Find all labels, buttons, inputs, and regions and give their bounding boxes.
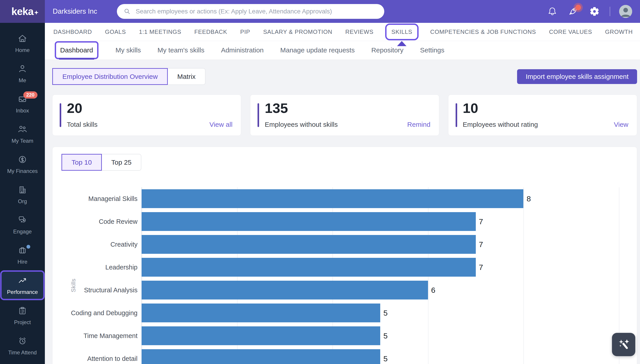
stats-cards: 20 Total skills View all 135 Employees w… [52,94,637,136]
tab-reviews[interactable]: REVIEWS [345,28,373,36]
subtab-my-skills[interactable]: My skills [116,41,141,60]
tab-pip[interactable]: PIP [240,28,250,36]
inbox-count-badge: 220 [23,92,38,98]
toggle-top-25[interactable]: Top 25 [102,154,141,171]
sidebar-item-performance[interactable]: Performance [0,270,45,300]
keka-logo[interactable]: keka [0,0,45,23]
toggle-top-10[interactable]: Top 10 [62,154,102,171]
chart-bar-value: 7 [479,240,483,249]
skills-distribution-card: Top 10 Top 25 Managerial Skills8Code Rev… [52,147,637,364]
sidebar-items: Home Me Inbox 220 My Team My Fina [0,23,45,361]
sidebar-item-me[interactable]: Me [0,58,45,89]
chart-bar [142,235,476,254]
chart-category-label: Time Management [53,332,137,340]
magic-wand-fab[interactable] [612,333,635,356]
skills-sub-tabs: Dashboard My skills My team's skills Adm… [45,41,640,60]
stat-card-employees-without-skills: 135 Employees without skills Remind [250,94,439,136]
chart-row: Code Review7 [53,210,637,233]
sidebar-item-inbox[interactable]: Inbox 220 [0,89,45,119]
sidebar-item-label: Home [15,47,30,53]
sidebar-item-engage[interactable]: Engage [0,210,45,240]
sidebar-item-org[interactable]: Org [0,180,45,210]
gear-icon[interactable] [589,6,600,17]
sub-tab-label: Administration [221,46,264,54]
sidebar-item-label: Hire [18,259,27,265]
nav-tab-label: COMPETENCIES & JOB FUNCTIONS [430,28,536,35]
sub-tab-label: Dashboard [60,46,93,54]
nav-tab-label: CORE VALUES [549,28,592,35]
performance-icon [17,275,28,287]
chart-bar [142,304,380,322]
stat-card-employees-without-rating: 10 Employees without rating View [448,94,637,136]
sidebar-item-hire[interactable]: Hire [0,240,45,270]
chart-category-label: Code Review [53,218,137,225]
stat-action-link[interactable]: View [614,121,628,128]
topbar-divider [610,7,610,16]
tab-dashboard[interactable]: DASHBOARD [53,28,92,36]
view-toggle: Employee Distribution Overview Matrix [52,68,205,85]
tab-salary-promotion[interactable]: SALARY & PROMOTION [263,28,332,36]
hire-icon [17,245,28,257]
chart-bar-zone: 6 [142,281,637,300]
subtab-administration[interactable]: Administration [221,41,264,60]
chart-bar [142,281,428,300]
chart-bar-value: 5 [383,354,388,363]
import-employee-skills-button[interactable]: Import employee skills assignment [517,69,637,84]
chart-y-axis-label: Skills [70,279,77,292]
topbar-icons [537,5,632,18]
chart-row: Leadership7 [53,256,637,279]
sub-tab-label: Manage update requests [280,46,355,54]
chart-category-label: Managerial Skills [53,195,137,202]
tab-competencies-job-functions[interactable]: COMPETENCIES & JOB FUNCTIONS [430,28,536,36]
sidebar-item-home[interactable]: Home [0,28,45,58]
user-icon [17,64,28,75]
sidebar-item-my-finances[interactable]: My Finances [0,149,45,180]
stat-label: Total skills [67,121,98,128]
search-input[interactable] [135,8,378,15]
subtab-my-teams-skills[interactable]: My team's skills [157,41,204,60]
bell-icon[interactable] [546,6,558,17]
stat-accent-bar [258,103,259,127]
tab-goals[interactable]: GOALS [105,28,126,36]
nav-tab-label: REVIEWS [345,28,373,35]
chart-bar-value: 5 [383,309,388,318]
nav-tab-label: SALARY & PROMOTION [263,28,332,35]
rocket-icon[interactable] [568,6,579,17]
finances-icon [17,154,28,166]
chart-bar-zone: 7 [142,235,637,254]
global-search[interactable] [117,4,384,19]
subtab-manage-update-requests[interactable]: Manage update requests [280,41,355,60]
sidebar-item-label: Inbox [16,108,29,114]
tab-core-values[interactable]: CORE VALUES [549,28,592,36]
rocket-notification-dot [575,5,581,10]
skills-bar-chart: Managerial Skills8Code Review7Creativity… [53,187,637,364]
stat-action-link[interactable]: View all [209,121,233,128]
org-icon [17,184,28,196]
sidebar-item-time-attend[interactable]: Time Attend [0,330,45,361]
sidebar-item-my-team[interactable]: My Team [0,119,45,149]
user-avatar[interactable] [619,5,632,18]
nav-tab-label: 1:1 MEETINGS [139,28,181,35]
stat-accent-bar [60,103,61,127]
chart-row: Creativity7 [53,233,637,256]
sidebar-item-label: Time Attend [8,350,37,356]
subtab-settings[interactable]: Settings [420,41,444,60]
chart-row: Attention to detail5 [53,347,637,364]
tab-growth[interactable]: GROWTH [605,28,632,36]
controls-row: Employee Distribution Overview Matrix Im… [52,68,637,85]
subtab-dashboard[interactable]: Dashboard [54,41,99,60]
tab-feedback[interactable]: FEEDBACK [194,28,227,36]
topbar: Darksiders Inc [45,0,640,23]
sidebar-item-project[interactable]: Project [0,300,45,330]
toggle-employee-distribution-overview[interactable]: Employee Distribution Overview [52,68,168,85]
performance-nav-tabs: DASHBOARD GOALS 1:1 MEETINGS FEEDBACK PI… [45,23,640,41]
tab-skills[interactable]: SKILLS [386,25,417,39]
toggle-matrix[interactable]: Matrix [168,68,205,85]
sidebar-item-label: Engage [13,228,32,235]
tab-1-1-meetings[interactable]: 1:1 MEETINGS [139,28,181,36]
chart-category-label: Leadership [53,264,137,271]
sidebar-item-label: My Finances [7,168,38,174]
stat-action-link[interactable]: Remind [407,121,430,128]
stat-card-total-skills: 20 Total skills View all [52,94,241,136]
nav-tab-label: DASHBOARD [53,28,92,35]
